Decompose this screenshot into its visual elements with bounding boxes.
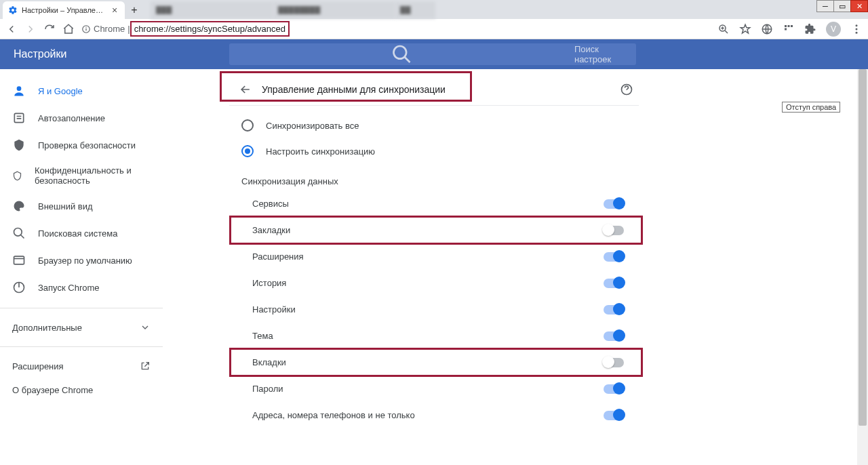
menu-button[interactable]	[850, 23, 863, 35]
toggle-switch[interactable]	[604, 331, 624, 341]
extensions-icon[interactable]	[804, 23, 816, 35]
toggle-switch[interactable]	[604, 384, 624, 394]
address-bar: Chrome | chrome://settings/syncSetup/adv…	[0, 19, 868, 39]
settings-search[interactable]: Поиск настроек	[229, 43, 636, 65]
new-tab-button[interactable]: +	[125, 1, 144, 19]
toggle-label: Пароли	[252, 384, 283, 394]
toggle-switch[interactable]	[604, 358, 624, 367]
toggle-label: Расширения	[252, 251, 304, 262]
toggle-row[interactable]: История	[229, 270, 639, 296]
sidebar-item-privacy[interactable]: Конфиденциальность и безопасность	[0, 159, 163, 193]
search-icon	[12, 226, 26, 240]
sidebar-label: Браузер по умолчанию	[38, 256, 132, 266]
profile-avatar[interactable]: V	[826, 22, 841, 37]
active-tab[interactable]: Настройки – Управление данн ×	[3, 1, 125, 19]
main-content: Управление данными для синхронизации Син…	[163, 69, 868, 465]
power-icon	[12, 281, 26, 294]
person-icon	[12, 84, 26, 98]
toggle-switch[interactable]	[604, 252, 624, 262]
toggle-row[interactable]: Вкладки	[229, 349, 639, 376]
sidebar-extensions[interactable]: Расширения	[0, 354, 163, 378]
svg-rect-16	[14, 256, 24, 264]
background-tab[interactable]: ██	[395, 1, 435, 19]
tab-title: Настройки – Управление данн	[22, 6, 106, 14]
maximize-button[interactable]: ▭	[833, 0, 851, 12]
open-external-icon	[140, 361, 151, 371]
page-title: Управление данными для синхронизации	[262, 84, 446, 95]
toggle-switch[interactable]	[604, 226, 624, 235]
close-icon[interactable]: ×	[110, 5, 119, 15]
url-text: chrome://settings/syncSetup/advanced	[134, 24, 285, 34]
svg-rect-2	[85, 26, 86, 27]
help-icon[interactable]	[620, 83, 633, 96]
browser-icon	[12, 254, 26, 267]
svg-point-9	[856, 24, 858, 26]
toggle-label: Сервисы	[252, 199, 289, 209]
toggle-switch[interactable]	[604, 199, 624, 209]
svg-point-15	[14, 228, 22, 237]
svg-point-13	[17, 86, 22, 91]
toggle-row[interactable]: Тема	[229, 323, 639, 349]
reload-button[interactable]	[43, 23, 56, 35]
toggle-label: Вкладки	[252, 357, 286, 367]
background-tab[interactable]: ███	[151, 1, 273, 19]
svg-rect-1	[85, 28, 86, 31]
zoom-icon[interactable]	[717, 23, 730, 35]
toggle-switch[interactable]	[604, 305, 624, 315]
sidebar-item-search[interactable]: Поисковая система	[0, 220, 163, 247]
svg-rect-6	[788, 25, 790, 27]
sidebar-item-safety[interactable]: Проверка безопасности	[0, 132, 163, 159]
toggle-row[interactable]: Адреса, номера телефонов и не только	[229, 402, 639, 428]
back-arrow-icon[interactable]	[239, 83, 252, 96]
radio-icon	[241, 145, 254, 157]
radio-icon	[241, 119, 254, 132]
toggle-switch[interactable]	[604, 411, 624, 420]
sidebar-label: Автозаполнение	[38, 113, 105, 123]
sidebar-label: Запуск Chrome	[38, 283, 100, 293]
toggle-label: История	[252, 278, 286, 288]
site-info-icon[interactable]: Chrome |	[81, 24, 130, 34]
minimize-button[interactable]: ─	[816, 0, 834, 12]
globe-icon[interactable]	[761, 23, 773, 35]
url-prefix: Chrome	[94, 24, 125, 34]
radio-label: Настроить синхронизацию	[266, 146, 375, 157]
search-placeholder: Поиск настроек	[574, 44, 628, 64]
radio-sync-all[interactable]: Синхронизировать все	[229, 113, 639, 138]
close-window-button[interactable]: ✕	[850, 0, 868, 12]
toggle-row[interactable]: Расширения	[229, 243, 639, 270]
back-button[interactable]	[5, 23, 18, 35]
sidebar-item-people[interactable]: Я и Google	[0, 77, 163, 104]
apps-icon[interactable]	[783, 23, 795, 35]
sidebar-label: Расширения	[12, 361, 64, 371]
palette-icon	[12, 199, 26, 213]
toggle-label: Адреса, номера телефонов и не только	[252, 410, 415, 420]
toggle-row[interactable]: Сервисы	[229, 190, 639, 217]
sidebar-item-autofill[interactable]: Автозаполнение	[0, 104, 163, 132]
toggle-label: Тема	[252, 331, 273, 341]
forward-button[interactable]	[24, 23, 37, 35]
sidebar-label: Поисковая система	[38, 228, 118, 239]
toggle-row[interactable]: Настройки	[229, 296, 639, 323]
sidebar-item-default-browser[interactable]: Браузер по умолчанию	[0, 247, 163, 274]
sidebar-item-appearance[interactable]: Внешний вид	[0, 193, 163, 220]
toggle-row[interactable]: Закладки	[229, 217, 639, 243]
star-icon[interactable]	[739, 23, 751, 35]
toggle-switch[interactable]	[604, 279, 624, 288]
sidebar-label: Дополнительные	[12, 323, 82, 333]
svg-point-11	[856, 31, 858, 33]
settings-sidebar: Я и Google Автозаполнение Проверка безоп…	[0, 69, 163, 465]
sidebar-advanced[interactable]: Дополнительные	[0, 315, 163, 340]
toggle-row[interactable]: Пароли	[229, 376, 639, 402]
sidebar-item-startup[interactable]: Запуск Chrome	[0, 274, 163, 301]
annotation-highlight	[229, 216, 643, 245]
vertical-scrollbar[interactable]	[857, 69, 868, 465]
window-controls: ─ ▭ ✕	[817, 0, 868, 12]
tooltip: Отступ справа	[782, 102, 840, 113]
section-title: Синхронизация данных	[229, 164, 639, 190]
radio-customize[interactable]: Настроить синхронизацию	[229, 138, 639, 164]
sidebar-about[interactable]: О браузере Chrome	[0, 378, 163, 402]
home-button[interactable]	[62, 23, 75, 35]
background-tab[interactable]: ████████	[273, 1, 395, 19]
divider	[0, 308, 163, 308]
omnibox[interactable]: Chrome | chrome://settings/syncSetup/adv…	[81, 24, 711, 34]
